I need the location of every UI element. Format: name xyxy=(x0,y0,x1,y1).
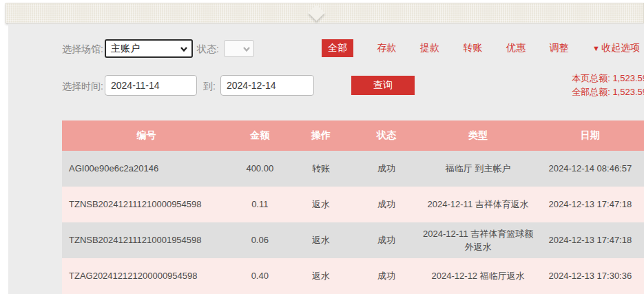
header-amount: 金额 xyxy=(231,120,289,151)
cell-operation: 返水 xyxy=(289,222,353,258)
tab-transfer[interactable]: 转账 xyxy=(464,42,483,54)
cell-type: 福临厅 到主帐户 xyxy=(420,151,537,187)
cell-operation: 转账 xyxy=(289,151,353,187)
header-id: 编号 xyxy=(62,120,231,151)
date-from-input[interactable]: 2024-11-14 xyxy=(105,75,197,96)
table-row: TZAG202412121200000954598 0.40 返水 成功 202… xyxy=(62,258,644,294)
transactions-table: 编号 金额 操作 状态 类型 日期 AGI00e90e6c2a20146 400… xyxy=(62,120,644,294)
status-select[interactable] xyxy=(224,40,254,57)
chevron-down-icon xyxy=(180,45,187,52)
date-to-input[interactable]: 2024-12-14 xyxy=(220,75,314,96)
tab-adjust[interactable]: 调整 xyxy=(550,42,569,54)
status-select-label: 状态: xyxy=(197,43,219,56)
to-label: 到: xyxy=(203,81,216,93)
cell-date: 2024-12-14 08:46:57 xyxy=(537,151,644,187)
cell-id: TZNSB202412111210000954598 xyxy=(62,187,231,222)
tab-promo[interactable]: 优惠 xyxy=(506,42,526,54)
cell-type: 2024-12-11 吉祥体育返水 xyxy=(420,187,537,222)
cell-id: AGI00e90e6c2a20146 xyxy=(62,151,231,187)
all-total-value: 1,523.59 xyxy=(612,87,644,97)
cell-status: 成功 xyxy=(353,222,419,258)
tab-deposit[interactable]: 存款 xyxy=(377,42,397,54)
chevron-down-icon xyxy=(243,45,250,52)
totals-summary: 本页总额: 1,523.59 全部总额: 1,523.59 xyxy=(572,72,644,99)
table-row: TZNSB202412111210000954598 0.11 返水 成功 20… xyxy=(62,187,644,222)
cell-amount: 400.00 xyxy=(231,151,289,187)
cell-amount: 0.40 xyxy=(231,258,289,294)
cell-id: TZNSB202412111210001954598 xyxy=(62,222,231,258)
venue-select-value: 主账户 xyxy=(111,43,140,55)
cell-amount: 0.06 xyxy=(231,222,289,258)
top-decor-bar xyxy=(6,3,644,23)
all-total: 全部总额: 1,523.59 xyxy=(572,85,644,99)
collapse-options-toggle[interactable]: ▼收起选项 xyxy=(592,42,640,54)
header-operation: 操作 xyxy=(289,120,353,151)
page-total-value: 1,523.59 xyxy=(612,73,644,83)
cell-status: 成功 xyxy=(353,151,419,187)
venue-select[interactable]: 主账户 xyxy=(105,39,193,58)
query-button[interactable]: 查询 xyxy=(351,76,415,95)
transaction-type-tabs: 全部 存款 提款 转账 优惠 调整 ▼收起选项 xyxy=(322,40,640,56)
cell-operation: 返水 xyxy=(289,187,353,222)
tab-all[interactable]: 全部 xyxy=(322,39,353,57)
cell-status: 成功 xyxy=(353,258,419,294)
page-total-label: 本页总额: xyxy=(572,73,610,83)
venue-select-label: 选择场馆: xyxy=(62,43,103,56)
table-row: AGI00e90e6c2a20146 400.00 转账 成功 福临厅 到主帐户… xyxy=(62,151,644,187)
cell-date: 2024-12-13 17:47:18 xyxy=(537,222,644,258)
table-row: TZNSB202412111210001954598 0.06 返水 成功 20… xyxy=(62,222,644,258)
cell-amount: 0.11 xyxy=(231,187,289,222)
cell-type: 2024-12-12 福临厅返水 xyxy=(420,258,537,294)
cell-date: 2024-12-13 17:30:36 xyxy=(537,258,644,294)
cell-status: 成功 xyxy=(353,187,419,222)
header-date: 日期 xyxy=(537,120,644,151)
time-range-label: 选择时间: xyxy=(62,81,103,93)
tab-withdraw[interactable]: 提款 xyxy=(420,42,439,54)
collapse-options-label: 收起选项 xyxy=(601,42,640,53)
header-type: 类型 xyxy=(420,120,537,151)
page-total: 本页总额: 1,523.59 xyxy=(572,72,644,85)
triangle-down-icon: ▼ xyxy=(592,44,600,52)
cell-type: 2024-12-11 吉祥体育篮球额外返水 xyxy=(420,222,537,258)
all-total-label: 全部总额: xyxy=(572,87,610,97)
content-panel: 选择场馆: 主账户 状态: 全部 存款 提款 转账 优惠 调整 ▼收起选项 选择… xyxy=(8,23,644,294)
cell-id: TZAG202412121200000954598 xyxy=(62,258,231,294)
cell-date: 2024-12-13 17:47:18 xyxy=(537,187,644,222)
header-status: 状态 xyxy=(353,120,419,151)
table-header-row: 编号 金额 操作 状态 类型 日期 xyxy=(62,120,644,151)
cell-operation: 返水 xyxy=(289,258,353,294)
